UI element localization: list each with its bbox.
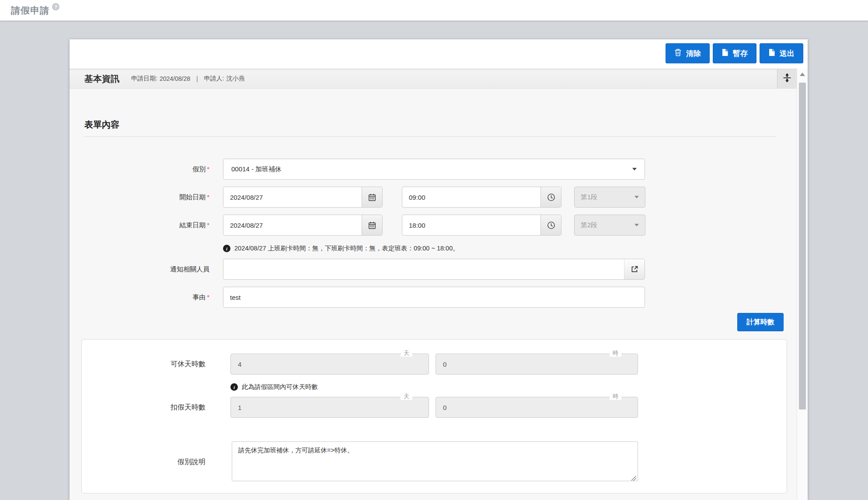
chevron-down-icon [632,168,637,170]
end-time-input[interactable] [402,215,540,235]
available-row: 可休天時數 天 時 [82,354,787,375]
hour-unit-label: 時 [610,393,621,400]
apply-date-value: 2024/08/28 [160,75,190,82]
move-section-handle[interactable] [777,69,797,88]
end-date-row: 結束日期* [70,215,797,236]
required-mark: * [207,165,209,173]
chevron-down-icon [634,196,639,198]
start-period-select-disabled: 第1段 [574,187,645,208]
summary-panel: 可休天時數 天 時 i 此為請假區間內可休天時數 扣假天時數 [81,339,787,493]
external-link-icon [631,265,638,273]
vertical-scrollbar[interactable] [797,69,808,500]
deduct-days-input [230,397,429,418]
shift-info-row: i 2024/08/27 上班刷卡時間：無，下班刷卡時間：無，表定班表：09:0… [223,244,797,253]
available-info-row: i 此為請假區間內可休天時數 [230,383,787,391]
available-label: 可休天時數 [82,360,206,369]
start-period-value: 第1段 [581,193,597,201]
clock-button[interactable] [540,187,561,207]
leave-desc-label: 假別說明 [82,458,206,467]
info-icon: i [223,245,230,252]
clock-button[interactable] [540,215,561,235]
reason-label: 事由* [70,293,209,302]
deduct-row: 扣假天時數 天 時 [82,397,787,418]
day-unit-label: 天 [401,393,412,400]
arrow-up-icon [800,73,805,76]
start-date-label: 開始日期* [70,193,209,201]
hour-unit-label: 時 [610,350,621,357]
document-icon [722,49,729,59]
reason-row: 事由* [70,287,797,308]
calculate-hours-button[interactable]: 計算時數 [737,313,784,331]
form-content: 表單內容 假別* 00014 - 加班補休 開始日期* [70,89,797,500]
chevron-down-icon [634,224,639,226]
leave-type-select[interactable]: 00014 - 加班補休 [223,159,645,180]
clock-icon [547,221,555,229]
end-time-group [402,215,561,236]
apply-date-label: 申請日期: [131,75,157,83]
start-date-input[interactable] [223,187,362,207]
form-title-divider [84,136,776,137]
save-draft-button[interactable]: 暫存 [713,43,756,63]
move-vertical-icon [783,73,791,84]
calendar-button[interactable] [362,215,382,235]
form-card: 清除 暫存 送出 基本資訊 申請 [70,39,808,500]
calc-row: 計算時數 [70,313,784,331]
available-days-input [230,354,429,375]
end-date-label: 結束日期* [70,221,209,229]
card-toolbar: 清除 暫存 送出 [70,39,808,69]
trash-icon [674,49,682,59]
open-picker-button[interactable] [624,259,645,279]
day-unit-label: 天 [401,350,412,357]
available-hours-input [436,354,638,375]
shift-info-text: 2024/08/27 上班刷卡時間：無，下班刷卡時間：無，表定班表：09:00 … [234,244,459,253]
end-date-input[interactable] [223,215,362,235]
scrollbar-thumb[interactable] [799,83,806,410]
info-icon: i [230,383,238,391]
page-title: 請假申請 [11,4,49,17]
clear-button-label: 清除 [686,49,701,59]
save-draft-button-label: 暫存 [733,49,748,59]
basic-info-bar: 基本資訊 申請日期: 2024/08/28 | 申請人: 沈小燕 [70,69,797,89]
meta-separator: | [196,75,198,82]
document-icon [768,49,775,59]
required-mark: * [207,293,209,301]
form-content-title: 表單內容 [84,119,797,131]
card-main: 基本資訊 申請日期: 2024/08/28 | 申請人: 沈小燕 [70,69,797,500]
required-mark: * [207,221,209,229]
applicant-value: 沈小燕 [227,75,245,83]
deduct-hours-input [436,397,638,418]
start-time-input[interactable] [402,187,540,207]
help-icon[interactable]: ? [52,3,59,10]
calendar-icon [368,221,376,229]
leave-type-row: 假別* 00014 - 加班補休 [70,159,797,180]
notify-group [223,259,645,280]
calendar-icon [368,193,376,201]
deduct-label: 扣假天時數 [82,403,206,412]
submit-button-label: 送出 [780,49,795,59]
page-header: 請假申請 ? [0,0,868,21]
start-time-group [402,187,561,208]
notify-row: 通知相關人員 [70,259,797,280]
leave-desc-wrap: 請先休完加班補休，方可請延休=>特休。 [232,441,638,483]
basic-info-title: 基本資訊 [84,73,119,85]
end-period-value: 第2段 [581,221,597,229]
basic-info-meta: 申請日期: 2024/08/28 | 申請人: 沈小燕 [131,75,245,83]
end-date-group [223,215,383,236]
clear-button[interactable]: 清除 [666,43,710,63]
notify-label: 通知相關人員 [70,265,209,274]
calendar-button[interactable] [362,187,382,207]
submit-button[interactable]: 送出 [760,43,803,63]
start-date-group [223,187,383,208]
leave-desc-textarea[interactable]: 請先休完加班補休，方可請延休=>特休。 [232,441,638,481]
leave-desc-row: 假別說明 請先休完加班補休，方可請延休=>特休。 [82,441,787,483]
available-info-text: 此為請假區間內可休天時數 [242,383,318,391]
notify-input[interactable] [223,259,624,279]
available-hours-field: 時 [436,354,638,375]
applicant-label: 申請人: [204,75,224,83]
reason-input[interactable] [223,287,645,307]
scroll-up-button[interactable] [797,69,808,80]
leave-type-label: 假別* [70,165,209,174]
available-days-field: 天 [230,354,429,375]
end-period-select-disabled: 第2段 [574,215,645,236]
start-date-row: 開始日期* [70,187,797,208]
